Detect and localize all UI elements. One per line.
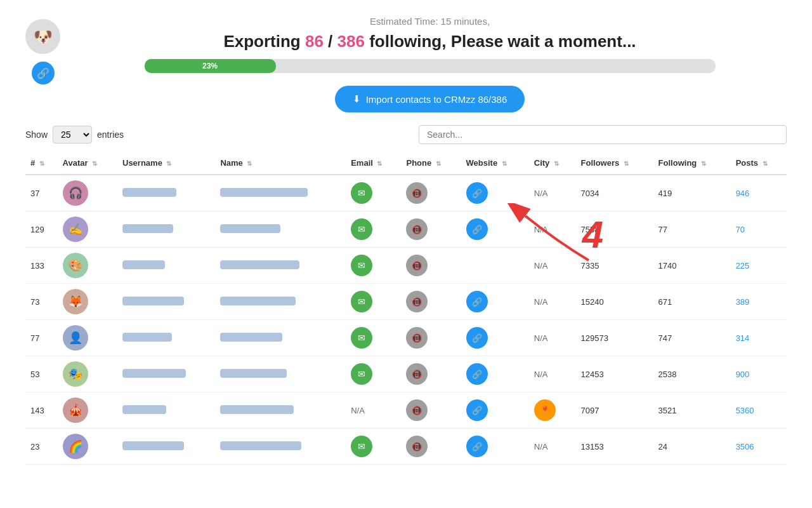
cell-following: 1740: [653, 248, 731, 284]
table-row: 53🎭✉📵🔗N/A124532538900: [25, 356, 787, 392]
phone-button[interactable]: 📵: [406, 436, 428, 457]
website-button[interactable]: 🔗: [466, 327, 488, 349]
cell-num: 73: [25, 284, 58, 320]
city-value: N/A: [534, 225, 548, 234]
phone-button[interactable]: 📵: [406, 182, 428, 204]
cell-email: ✉: [346, 356, 401, 392]
table-row: 77👤✉📵🔗N/A129573747314: [25, 320, 787, 356]
email-button[interactable]: ✉: [351, 436, 372, 457]
avatar: ✍️: [63, 217, 88, 242]
cell-name: [215, 392, 346, 429]
cell-email: ✉: [346, 284, 401, 320]
cell-following: 3521: [653, 392, 731, 429]
cell-city: 📍: [529, 392, 576, 429]
cell-name: [215, 429, 346, 465]
col-username: Username ⇅: [117, 152, 215, 175]
website-button[interactable]: 🔗: [466, 436, 488, 457]
avatar: 🦊: [63, 289, 88, 314]
col-avatar: Avatar ⇅: [58, 152, 117, 175]
website-button[interactable]: 🔗: [466, 182, 488, 204]
col-city: City ⇅: [529, 152, 576, 175]
search-input[interactable]: [419, 125, 787, 144]
entries-control: Show 25 50 100 entries: [25, 126, 124, 144]
email-button[interactable]: ✉: [351, 327, 372, 349]
phone-button[interactable]: 📵: [406, 218, 428, 240]
cell-followers: 7097: [576, 392, 653, 429]
email-button[interactable]: ✉: [351, 363, 372, 385]
table-row: 133🎨✉📵N/A73351740225: [25, 248, 787, 284]
phone-button[interactable]: 📵: [406, 327, 428, 349]
website-button[interactable]: 🔗: [466, 363, 488, 385]
phone-button[interactable]: 📵: [406, 363, 428, 385]
cell-name: [215, 175, 346, 211]
city-icon-button[interactable]: 📍: [534, 399, 556, 421]
cell-phone: 📵: [401, 284, 461, 320]
cell-num: 37: [25, 175, 58, 211]
avatar: 🌈: [63, 434, 88, 459]
export-title: Exporting 86 / 386 following, Please wai…: [73, 32, 787, 51]
cell-following: 77: [653, 211, 731, 248]
website-button[interactable]: 🔗: [466, 291, 488, 312]
phone-button[interactable]: 📵: [406, 399, 428, 421]
cell-phone: 📵: [401, 392, 461, 429]
cell-name: [215, 356, 346, 392]
website-button[interactable]: 🔗: [466, 399, 488, 421]
cell-city: N/A: [529, 175, 576, 211]
cell-followers: 12453: [576, 356, 653, 392]
cell-phone: 📵: [401, 429, 461, 465]
cell-username: [117, 211, 215, 248]
table-row: 129✍️✉📵🔗N/A75587770: [25, 211, 787, 248]
website-button[interactable]: 🔗: [466, 218, 488, 240]
export-prefix: Exporting: [223, 32, 305, 51]
avatar: 🎪: [63, 398, 88, 423]
phone-button[interactable]: 📵: [406, 255, 428, 276]
email-button[interactable]: ✉: [351, 218, 372, 240]
col-following: Following ⇅: [653, 152, 731, 175]
cell-email: N/A: [346, 392, 401, 429]
cell-posts: 5360: [731, 392, 787, 429]
city-value: N/A: [534, 333, 548, 343]
phone-button[interactable]: 📵: [406, 291, 428, 312]
cell-name: [215, 284, 346, 320]
city-value: N/A: [534, 370, 548, 379]
cell-city: N/A: [529, 320, 576, 356]
email-button[interactable]: ✉: [351, 291, 372, 312]
avatar: 👤: [63, 325, 88, 351]
cell-username: [117, 429, 215, 465]
email-na: N/A: [351, 406, 365, 415]
city-value: N/A: [534, 189, 548, 198]
cell-username: [117, 392, 215, 429]
cell-website: 🔗: [461, 320, 529, 356]
link-button[interactable]: 🔗: [32, 62, 55, 84]
cell-num: 77: [25, 320, 58, 356]
avatar: 🎧: [63, 180, 88, 206]
cell-username: [117, 320, 215, 356]
table-row: 143🎪N/A📵🔗📍709735215360: [25, 392, 787, 429]
col-posts: Posts ⇅: [731, 152, 787, 175]
cell-avatar: 🎪: [58, 392, 117, 429]
cell-phone: 📵: [401, 356, 461, 392]
table-row: 73🦊✉📵🔗N/A15240671389: [25, 284, 787, 320]
download-icon: ⬇: [353, 93, 361, 105]
cell-username: [117, 284, 215, 320]
cell-num: 129: [25, 211, 58, 248]
cell-posts: 70: [731, 211, 787, 248]
cell-following: 747: [653, 320, 731, 356]
email-button[interactable]: ✉: [351, 182, 372, 204]
cell-followers: 7335: [576, 248, 653, 284]
cell-followers: 15240: [576, 284, 653, 320]
estimated-time: Estimated Time: 15 minutes,: [73, 16, 787, 27]
cell-posts: 3506: [731, 429, 787, 465]
progress-label: 23%: [202, 62, 218, 70]
contacts-table: # ⇅ Avatar ⇅ Username ⇅ Name ⇅ Email ⇅ P…: [25, 152, 787, 465]
cell-num: 133: [25, 248, 58, 284]
cell-phone: 📵: [401, 248, 461, 284]
import-contacts-button[interactable]: ⬇ Import contacts to CRMzz 86/386: [335, 86, 525, 112]
cell-avatar: 🎭: [58, 356, 117, 392]
email-button[interactable]: ✉: [351, 255, 372, 276]
city-value: N/A: [534, 442, 548, 451]
cell-phone: 📵: [401, 175, 461, 211]
cell-following: 2538: [653, 356, 731, 392]
entries-select[interactable]: 25 50 100: [53, 126, 92, 144]
cell-avatar: ✍️: [58, 211, 117, 248]
